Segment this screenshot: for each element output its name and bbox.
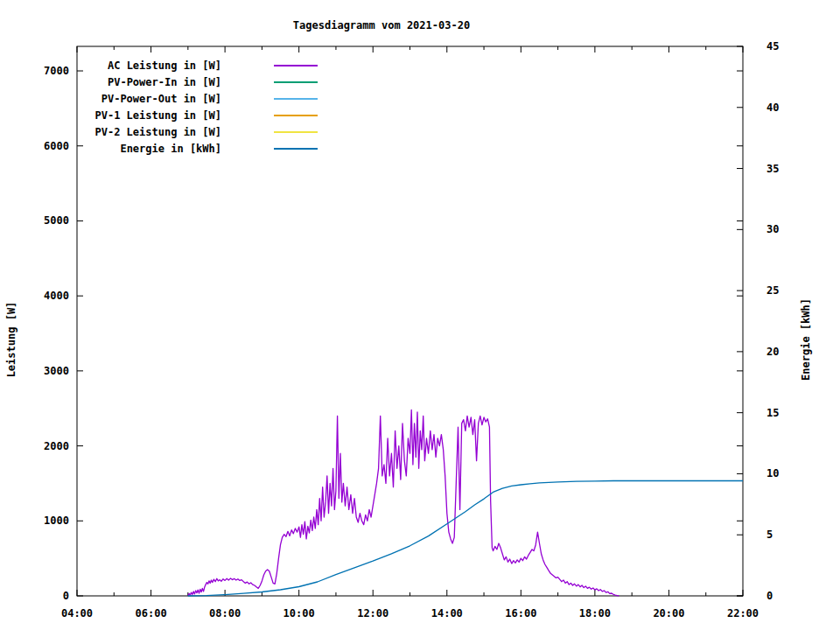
y-tick-label: 0 [63,590,69,602]
y2-tick-label: 15 [766,407,779,419]
chart-legend: AC Leistung in [W] PV-Power-In in [W] PV… [84,57,318,157]
legend-label: PV-Power-In in [W] [84,76,221,88]
legend-item-pv-power-in: PV-Power-In in [W] [84,74,318,90]
y2-tick-label: 25 [766,284,779,297]
legend-item-pv-1-leistung: PV-1 Leistung in [W] [84,107,318,123]
x-tick-label: 04:00 [61,607,93,620]
x-tick-label: 18:00 [579,607,611,620]
legend-line-sample [274,131,318,133]
legend-line-sample [274,115,318,116]
x-tick-label: 08:00 [209,607,241,620]
x-tick-label: 06:00 [135,607,166,620]
y2-tick-label: 20 [766,346,779,358]
legend-item-energie: Energie in [kWh] [84,140,318,157]
x-tick-label: 12:00 [357,607,388,620]
legend-label: PV-2 Leistung in [W] [84,126,221,138]
x-tick-label: 14:00 [431,607,463,620]
x-tick-label: 10:00 [284,607,315,620]
y2-tick-label: 0 [766,590,773,602]
tagesdiagramm-chart: Tagesdiagramm vom 2021-03-20 Leistung [W… [0,0,840,630]
legend-line-sample [274,148,318,150]
y2-tick-label: 35 [766,163,779,175]
y-tick-label: 6000 [44,140,69,152]
legend-label: PV-1 Leistung in [W] [84,109,221,122]
y-tick-label: 4000 [44,290,69,302]
legend-line-sample [274,81,318,83]
x-tick-label: 22:00 [727,607,759,620]
legend-label: PV-Power-Out in [W] [84,93,221,105]
legend-line-sample [274,65,318,66]
legend-label: AC Leistung in [W] [84,60,221,72]
y-tick-label: 7000 [44,65,69,77]
y2-tick-label: 40 [766,102,779,114]
y-tick-label: 3000 [44,365,69,377]
legend-item-pv-power-out: PV-Power-Out in [W] [84,90,318,107]
legend-item-pv-2-leistung: PV-2 Leistung in [W] [84,123,318,140]
x-tick-label: 16:00 [505,607,536,620]
y-tick-label: 2000 [44,440,69,452]
y2-tick-label: 10 [766,467,779,480]
series-curve-0 [188,410,620,596]
legend-label: Energie in [kWh] [84,143,221,155]
y2-tick-label: 45 [766,40,779,52]
y2-tick-label: 5 [766,528,773,541]
legend-line-sample [274,98,318,100]
x-tick-label: 20:00 [653,607,684,620]
legend-item-ac-leistung: AC Leistung in [W] [84,57,318,74]
y2-tick-label: 30 [766,223,779,235]
y-tick-label: 1000 [44,514,69,527]
y-tick-label: 5000 [44,214,69,227]
